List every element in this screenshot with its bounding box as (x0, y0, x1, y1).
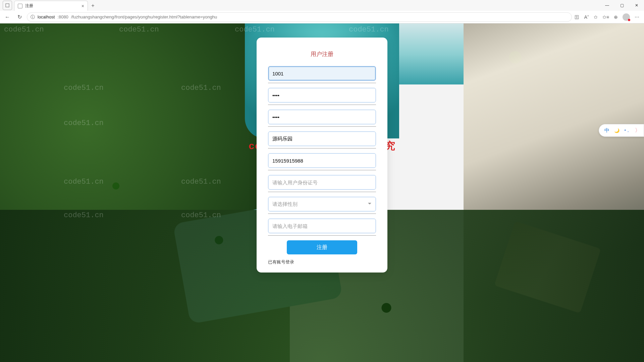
site-info-icon[interactable]: ⓘ (31, 14, 35, 20)
tab-title: 注册 (25, 3, 79, 9)
favorite-icon[interactable]: ✩ (594, 14, 598, 20)
ime-lang-indicator[interactable]: 中 (604, 127, 609, 134)
read-aloud-icon[interactable]: A» (584, 14, 589, 20)
username-input[interactable] (268, 66, 376, 81)
svg-rect-0 (6, 4, 9, 7)
gender-select[interactable]: 请选择性别 (268, 197, 376, 212)
moon-icon[interactable]: 🌙 (614, 128, 620, 133)
tab-close-button[interactable]: × (82, 3, 84, 9)
profile-avatar[interactable] (623, 13, 630, 21)
window-icon (5, 3, 9, 7)
new-tab-button[interactable]: + (88, 1, 98, 11)
back-button[interactable]: ← (3, 12, 12, 22)
refresh-button[interactable]: ↻ (15, 12, 24, 22)
page-favicon-icon (18, 4, 22, 8)
minimize-button[interactable]: — (600, 0, 614, 11)
tab-actions-button[interactable] (3, 1, 12, 10)
email-input[interactable] (268, 219, 376, 233)
passwords-icon[interactable]: ⚿ (575, 14, 579, 20)
collections-icon[interactable]: ⊕ (614, 14, 618, 20)
page-title: 用户注册 (268, 50, 376, 58)
password-input[interactable] (268, 88, 376, 103)
password-confirm-input[interactable] (268, 110, 376, 124)
url-input[interactable]: ⓘ localhost:8080/fuzhuangshangcheng/fron… (27, 12, 572, 22)
register-button[interactable]: 注册 (287, 240, 357, 254)
toolbar-icons: ⚿ A» ✩ ✩≡ ⊕ ⋯ (575, 13, 641, 21)
maximize-button[interactable]: ▢ (614, 0, 629, 11)
close-window-button[interactable]: ✕ (629, 0, 644, 11)
register-card: 用户注册 请选择性别 (257, 38, 387, 273)
more-menu-button[interactable]: ⋯ (635, 14, 639, 20)
idcard-input[interactable] (268, 175, 376, 190)
phone-input[interactable] (268, 153, 376, 168)
nickname-input[interactable] (268, 131, 376, 146)
window-controls: — ▢ ✕ (600, 0, 644, 11)
chevron-right-icon[interactable]: 〉 (635, 127, 640, 134)
browser-tab[interactable]: 注册 × (14, 1, 88, 11)
ime-punct-indicator[interactable]: •， (624, 127, 630, 133)
login-link[interactable]: 已有账号登录 (268, 259, 376, 265)
title-bar: 注册 × + — ▢ ✕ (0, 0, 644, 11)
url-port: :8080 (57, 14, 68, 19)
browser-window: 注册 × + — ▢ ✕ ← ↻ ⓘ localhost:8080/fuzhua… (0, 0, 644, 362)
url-path: /fuzhuangshangcheng/front/pages/yonghu/r… (71, 14, 217, 19)
page-viewport: code51.cn code51.cn code51.cn code51.cn … (0, 23, 644, 362)
ime-toolbar[interactable]: 中 🌙 •， 〉 (599, 124, 644, 137)
url-host: localhost (38, 14, 55, 19)
address-bar: ← ↻ ⓘ localhost:8080/fuzhuangshangcheng/… (0, 11, 644, 23)
favorites-bar-icon[interactable]: ✩≡ (602, 14, 609, 20)
gender-placeholder: 请选择性别 (272, 201, 298, 207)
tab-strip: 注册 × + (0, 0, 98, 11)
